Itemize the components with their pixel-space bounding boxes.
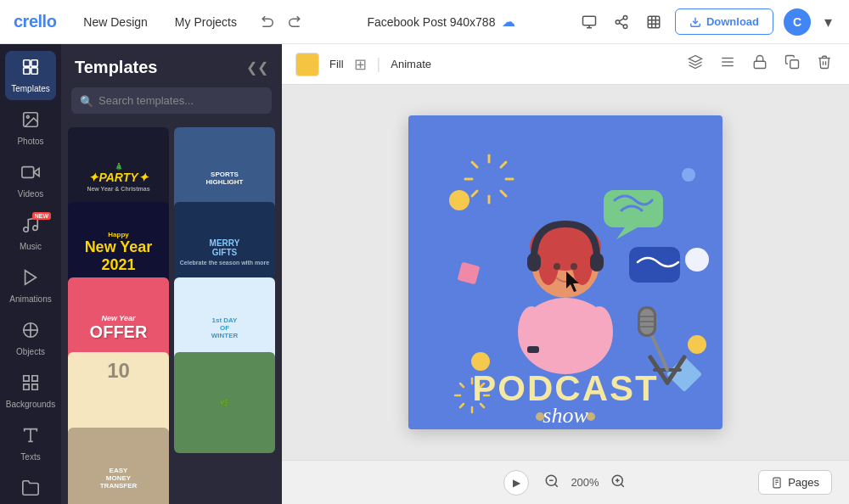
avatar-initial: C — [793, 15, 801, 29]
podcast-canvas: PODCAST show — [408, 115, 722, 429]
templates-grid: 🎄✦PARTY✦New Year & Christmas SPORTSHIGHL… — [61, 124, 282, 504]
sidebar-item-my-files[interactable]: My Files — [5, 472, 56, 504]
svg-point-5 — [623, 25, 627, 29]
svg-rect-65 — [590, 253, 604, 272]
logo: crello — [14, 12, 56, 31]
svg-point-32 — [449, 190, 469, 210]
canvas-area: Fill ⊞ | Animate — [282, 44, 849, 504]
canvas-document: PODCAST show — [408, 115, 722, 429]
photos-icon — [21, 110, 40, 133]
redo-button[interactable] — [283, 11, 305, 33]
animations-label: Animations — [9, 294, 51, 304]
templates-label: Templates — [11, 84, 50, 93]
duplicate-button[interactable] — [781, 51, 803, 77]
svg-point-66 — [554, 263, 560, 270]
svg-rect-17 — [22, 167, 34, 178]
resize-icon[interactable] — [643, 11, 665, 33]
download-button[interactable]: Download — [675, 8, 773, 35]
sidebar-item-templates[interactable]: Templates — [5, 51, 56, 100]
zoom-in-button[interactable] — [609, 472, 627, 494]
search-icon: 🔍 — [80, 94, 93, 107]
svg-line-88 — [621, 484, 623, 486]
search-input[interactable] — [71, 87, 272, 114]
svg-rect-56 — [604, 190, 663, 227]
undo-button[interactable] — [257, 11, 279, 33]
objects-icon — [21, 321, 40, 344]
videos-icon — [21, 163, 40, 186]
lock-button[interactable] — [749, 51, 771, 77]
template-card-park[interactable]: 🌿 — [174, 352, 275, 453]
align-button[interactable] — [717, 51, 739, 77]
sidebar-item-music[interactable]: NEW Music — [5, 209, 56, 258]
texts-icon — [21, 426, 40, 449]
pattern-separator: | — [377, 55, 381, 73]
svg-point-34 — [685, 248, 709, 272]
doc-title: Facebook Post 940x788 — [367, 15, 495, 29]
music-label: Music — [20, 242, 42, 251]
svg-rect-12 — [24, 68, 30, 74]
svg-rect-30 — [790, 60, 799, 69]
topbar: crello New Design My Projects Facebook P… — [0, 0, 849, 44]
svg-point-33 — [682, 168, 695, 182]
svg-point-82 — [536, 412, 544, 421]
svg-marker-25 — [689, 56, 702, 63]
svg-rect-29 — [754, 61, 766, 68]
sidebar-item-objects[interactable]: Objects — [5, 314, 56, 363]
undo-redo-group — [257, 11, 305, 33]
svg-point-69 — [586, 306, 613, 357]
fill-label: Fill — [329, 58, 344, 70]
present-icon[interactable] — [578, 11, 600, 33]
animations-icon — [21, 268, 40, 291]
zoom-percent: 200% — [568, 476, 602, 489]
svg-rect-0 — [582, 16, 595, 25]
svg-point-19 — [33, 226, 38, 231]
svg-point-83 — [587, 412, 595, 421]
sidebar-item-photos[interactable]: Photos — [5, 104, 56, 153]
templates-panel: Templates ❮❮ 🔍 🎄✦PARTY✦New Year & Christ… — [61, 44, 282, 504]
svg-point-15 — [26, 115, 29, 118]
svg-line-7 — [619, 18, 623, 20]
pages-button[interactable]: Pages — [758, 470, 832, 495]
zoom-out-button[interactable] — [543, 472, 561, 494]
layers-button[interactable] — [684, 51, 706, 77]
fill-color-box[interactable] — [295, 53, 319, 76]
play-button[interactable]: ▶ — [503, 470, 529, 496]
template-card-money[interactable]: EASYMONEYTRANSFER — [68, 428, 169, 504]
svg-rect-64 — [527, 253, 541, 272]
my-projects-button[interactable]: My Projects — [168, 12, 244, 32]
canvas-main[interactable]: PODCAST show — [282, 85, 849, 460]
svg-rect-13 — [31, 68, 37, 74]
svg-text:show: show — [543, 403, 588, 428]
sidebar-item-animations[interactable]: Animations — [5, 261, 56, 311]
download-label: Download — [706, 15, 759, 28]
topbar-center: Facebook Post 940x788 ☁ — [318, 14, 565, 30]
new-design-button[interactable]: New Design — [76, 12, 154, 32]
pattern-icon[interactable]: ⊞ — [354, 55, 367, 74]
share-icon[interactable] — [610, 11, 633, 33]
new-badge: NEW — [32, 212, 51, 220]
cloud-icon: ☁ — [502, 14, 515, 30]
account-chevron[interactable]: ▾ — [821, 9, 835, 35]
sidebar-item-videos[interactable]: Videos — [5, 156, 56, 205]
svg-rect-10 — [24, 60, 30, 66]
canvas-bottom: ▶ 200% Pages — [282, 460, 849, 504]
my-files-icon — [21, 479, 40, 501]
avatar-button[interactable]: C — [784, 8, 811, 36]
backgrounds-label: Backgrounds — [6, 400, 55, 409]
sidebar-item-texts[interactable]: Texts — [5, 419, 56, 468]
svg-point-67 — [571, 263, 577, 270]
collapse-panel-button[interactable]: ❮❮ — [246, 59, 268, 76]
sidebar-item-backgrounds[interactable]: Backgrounds — [5, 367, 56, 416]
videos-label: Videos — [18, 189, 43, 199]
animate-label[interactable]: Animate — [391, 58, 431, 70]
delete-button[interactable] — [813, 51, 835, 77]
svg-line-85 — [554, 484, 557, 486]
backgrounds-icon — [21, 373, 40, 396]
svg-point-4 — [616, 20, 620, 24]
svg-rect-11 — [31, 60, 37, 66]
templates-icon — [21, 58, 40, 81]
pages-label: Pages — [788, 476, 819, 489]
svg-point-18 — [24, 227, 29, 232]
svg-line-6 — [619, 23, 623, 25]
panel-title: Templates — [75, 58, 157, 77]
